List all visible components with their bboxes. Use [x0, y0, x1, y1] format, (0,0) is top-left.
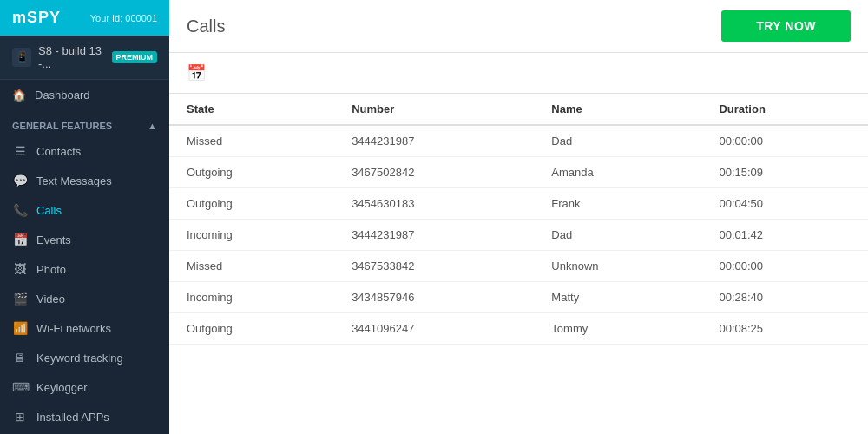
call-name: Unknown [534, 251, 701, 282]
sidebar-label-text-messages: Text Messages [36, 174, 112, 187]
call-state: Missed [169, 251, 334, 282]
sidebar-item-keyword[interactable]: 🖥Keyword tracking [0, 343, 169, 372]
sidebar-item-calls[interactable]: 📞Calls [0, 195, 169, 225]
call-name: Dad [534, 125, 701, 157]
sidebar-label-keyword: Keyword tracking [36, 352, 123, 365]
contacts-icon: ☰ [12, 144, 28, 158]
call-duration: 00:00:00 [701, 251, 868, 282]
col-number: Number [334, 94, 534, 125]
call-state: Incoming [169, 220, 334, 251]
device-name: S8 - build 13 -... [38, 44, 105, 70]
call-state: Outgoing [169, 313, 334, 345]
call-number: 3467533842 [334, 251, 534, 282]
call-duration: 00:15:09 [701, 157, 868, 188]
calls-icon: 📞 [12, 203, 28, 217]
sidebar-item-text-messages[interactable]: 💬Text Messages [0, 166, 169, 195]
general-features-section: GENERAL FEATURES ▲ [0, 110, 169, 136]
user-id-label: Your Id: 000001 [90, 13, 157, 23]
text-messages-icon: 💬 [12, 174, 28, 187]
col-name: Name [534, 94, 701, 125]
general-features-label: GENERAL FEATURES [12, 121, 112, 131]
table-header-row: StateNumberNameDuration [169, 94, 868, 125]
sidebar-item-installed-apps[interactable]: ⊞Installed APPs [0, 402, 169, 431]
try-now-button[interactable]: TRY NOW [721, 10, 851, 42]
table-row: Outgoing3441096247Tommy00:08:25 [169, 313, 868, 345]
call-number: 3441096247 [334, 313, 534, 345]
call-name: Dad [534, 220, 701, 251]
call-duration: 00:08:25 [701, 313, 868, 345]
premium-badge: PREMIUM [112, 51, 158, 63]
call-name: Amanda [534, 157, 701, 188]
sidebar-item-video[interactable]: 🎬Video [0, 284, 169, 313]
table-row: Outgoing3467502842Amanda00:15:09 [169, 157, 868, 188]
main-content: Calls TRY NOW 📅 StateNumberNameDuration … [169, 0, 868, 434]
call-number: 3454630183 [334, 188, 534, 220]
table-row: Outgoing3454630183Frank00:04:50 [169, 188, 868, 220]
keyword-icon: 🖥 [12, 351, 28, 365]
sidebar-item-photo[interactable]: 🖼Photo [0, 254, 169, 284]
table-row: Incoming3444231987Dad00:01:42 [169, 220, 868, 251]
call-duration: 00:01:42 [701, 220, 868, 251]
table-body: Missed3444231987Dad00:00:00Outgoing34675… [169, 125, 868, 345]
sidebar-label-keylogger: Keylogger [36, 381, 88, 394]
installed-apps-icon: ⊞ [12, 410, 28, 424]
call-state: Outgoing [169, 157, 334, 188]
sidebar-item-wifi[interactable]: 📶Wi-Fi networks [0, 313, 169, 343]
keylogger-icon: ⌨ [12, 380, 28, 394]
call-duration: 00:28:40 [701, 282, 868, 313]
calendar-icon[interactable]: 📅 [187, 64, 206, 82]
device-icon: 📱 [12, 48, 31, 67]
sidebar-header: mSPY Your Id: 000001 [0, 0, 169, 36]
table-header: StateNumberNameDuration [169, 94, 868, 125]
dashboard-label: Dashboard [35, 89, 90, 102]
sidebar: mSPY Your Id: 000001 📱 S8 - build 13 -..… [0, 0, 169, 434]
sidebar-item-keylogger[interactable]: ⌨Keylogger [0, 372, 169, 402]
calls-table-container: StateNumberNameDuration Missed3444231987… [169, 94, 868, 434]
call-name: Frank [534, 188, 701, 220]
call-number: 3444231987 [334, 125, 534, 157]
calls-table: StateNumberNameDuration Missed3444231987… [169, 94, 868, 345]
sidebar-items: ☰Contacts💬Text Messages📞Calls📅Events🖼Pho… [0, 136, 169, 431]
table-row: Missed3444231987Dad00:00:00 [169, 125, 868, 157]
home-icon: 🏠 [12, 89, 26, 102]
call-number: 3467502842 [334, 157, 534, 188]
call-name: Matty [534, 282, 701, 313]
sidebar-label-photo: Photo [36, 263, 66, 276]
call-duration: 00:04:50 [701, 188, 868, 220]
call-state: Outgoing [169, 188, 334, 220]
col-state: State [169, 94, 334, 125]
sidebar-label-contacts: Contacts [36, 145, 81, 158]
sidebar-label-calls: Calls [36, 204, 62, 217]
filter-bar: 📅 [169, 53, 868, 94]
call-number: 3444231987 [334, 220, 534, 251]
collapse-icon[interactable]: ▲ [148, 121, 157, 131]
call-state: Incoming [169, 282, 334, 313]
sidebar-label-events: Events [36, 233, 71, 247]
sidebar-item-events[interactable]: 📅Events [0, 225, 169, 254]
table-row: Missed3467533842Unknown00:00:00 [169, 251, 868, 282]
main-header: Calls TRY NOW [169, 0, 868, 53]
sidebar-label-video: Video [36, 293, 65, 306]
call-state: Missed [169, 125, 334, 157]
sidebar-item-dashboard[interactable]: 🏠 Dashboard [0, 80, 169, 110]
device-selector[interactable]: 📱 S8 - build 13 -... PREMIUM [0, 36, 169, 80]
call-name: Tommy [534, 313, 701, 345]
sidebar-label-installed-apps: Installed APPs [36, 411, 109, 424]
page-title: Calls [187, 16, 225, 36]
photo-icon: 🖼 [12, 262, 28, 276]
table-row: Incoming3434857946Matty00:28:40 [169, 282, 868, 313]
sidebar-item-contacts[interactable]: ☰Contacts [0, 136, 169, 166]
video-icon: 🎬 [12, 292, 28, 306]
sidebar-label-wifi: Wi-Fi networks [36, 322, 111, 335]
wifi-icon: 📶 [12, 321, 28, 335]
app-logo: mSPY [12, 9, 61, 27]
col-duration: Duration [701, 94, 868, 125]
call-duration: 00:00:00 [701, 125, 868, 157]
events-icon: 📅 [12, 233, 28, 247]
call-number: 3434857946 [334, 282, 534, 313]
